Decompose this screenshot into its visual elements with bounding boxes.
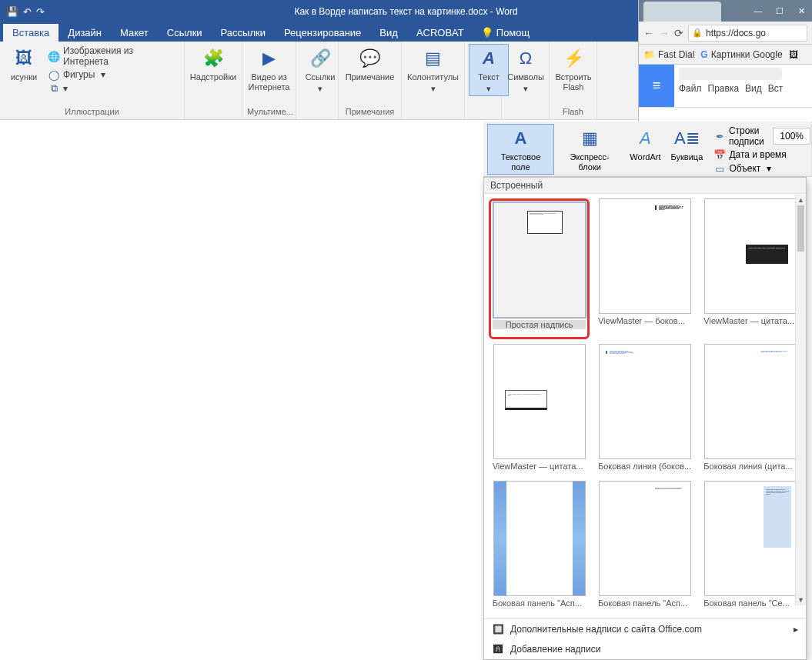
tab-acrobat[interactable]: ACROBAT xyxy=(407,24,473,42)
gallery-item-simple[interactable]: Lorem ipsum dolor sit amet consectetur a… xyxy=(489,198,590,339)
chrome-bookmarks: 📁Fast Dial GКартинки Google 🖼 xyxy=(639,45,812,65)
embed-flash-button[interactable]: ⚡Встроить Flash xyxy=(554,45,593,94)
wordart-icon: A xyxy=(633,126,657,151)
flash-icon: ⚡ xyxy=(561,46,586,71)
group-illustrations: Иллюстрации xyxy=(5,107,179,118)
online-pictures-button[interactable]: 🌐Изображения из Интернета xyxy=(46,45,179,68)
back-icon[interactable]: ← xyxy=(643,27,654,39)
bookmark-google-images[interactable]: GКартинки Google xyxy=(700,49,782,60)
globe-picture-icon: 🌐 xyxy=(48,50,60,62)
gallery-item[interactable]: Lorem ipsum dolor sit amet consectetur a… xyxy=(700,198,801,339)
draw-textbox[interactable]: 🅰Добавление надписи xyxy=(484,639,806,659)
textbox-small-icon: 🅰 xyxy=(492,643,504,655)
tell-me[interactable]: 💡Помощ xyxy=(473,24,537,42)
gallery-item[interactable]: Lorem ipsum dolor sit amet consectetur a… xyxy=(700,344,801,477)
office-icon: 🔲 xyxy=(492,623,504,635)
textbox-button[interactable]: AТекстовое поле xyxy=(488,125,553,174)
chrome-close[interactable]: ✕ xyxy=(790,6,812,22)
docs-menu-file[interactable]: Файл xyxy=(679,83,702,94)
chrome-tab[interactable] xyxy=(643,2,721,22)
online-video-button[interactable]: ▶Видео из Интернета xyxy=(247,45,291,94)
object-button[interactable]: ▭Объект ▾ xyxy=(712,162,807,175)
quick-access-toolbar: 💾 ↶ ↷ xyxy=(6,6,45,18)
gallery-item[interactable]: Lorem ipsum dolor sit amet consectetur a… xyxy=(594,481,695,614)
chevron-right-icon: ▸ xyxy=(794,624,798,635)
group-media: Мультиме... xyxy=(247,107,291,118)
dropcap-icon: A≣ xyxy=(674,126,699,151)
scroll-thumb[interactable] xyxy=(797,205,804,252)
comment-button[interactable]: 💬Примечание xyxy=(343,45,396,84)
scroll-up-icon[interactable]: ▲ xyxy=(796,195,806,205)
redo-icon[interactable]: ↷ xyxy=(36,6,45,18)
reload-icon[interactable]: ⟳ xyxy=(674,27,683,39)
gallery-item[interactable]: Боковая панель "Асп... xyxy=(489,481,590,614)
tab-links[interactable]: Ссылки xyxy=(158,24,212,42)
gallery-item[interactable]: Lorem ipsum dolor sit amet consectetur a… xyxy=(594,198,695,339)
chrome-toolbar: ← → ⟳ 🔒https://docs.go xyxy=(639,22,812,45)
forward-icon[interactable]: → xyxy=(659,27,670,39)
save-icon[interactable]: 💾 xyxy=(6,6,18,18)
undo-icon[interactable]: ↶ xyxy=(23,6,32,18)
screenshot-icon: ⧉ xyxy=(48,82,60,95)
bulb-icon: 💡 xyxy=(481,27,493,38)
date-time-button[interactable]: 📅Дата и время xyxy=(712,148,807,162)
header-footer-button[interactable]: ▤Колонтитулы▾ xyxy=(406,45,459,95)
textbox-gallery: Встроенный Lorem ipsum dolor sit amet co… xyxy=(483,177,807,660)
gallery-item[interactable]: Lorem ipsum dolor sit amet consec adipis… xyxy=(489,344,590,477)
tab-layout[interactable]: Макет xyxy=(111,24,158,42)
tab-insert[interactable]: Вставка xyxy=(3,24,58,42)
more-from-office[interactable]: 🔲Дополнительные надписи с сайта Office.c… xyxy=(484,619,806,639)
gallery-footer: 🔲Дополнительные надписи с сайта Office.c… xyxy=(484,618,806,660)
object-icon: ▭ xyxy=(713,162,726,175)
gallery-grid: Lorem ipsum dolor sit amet consectetur a… xyxy=(484,194,806,618)
links-button[interactable]: 🔗Ссылки▾ xyxy=(301,45,339,95)
gallery-item[interactable]: Lorem ipsum dolor sit amet consectetur a… xyxy=(594,344,695,477)
docs-title-placeholder[interactable] xyxy=(679,68,782,80)
chrome-urlbar[interactable]: 🔒https://docs.go xyxy=(688,25,807,42)
comment-icon: 💬 xyxy=(358,46,383,71)
folder-icon: 📁 xyxy=(643,49,655,60)
pictures-button[interactable]: 🖼исунки xyxy=(5,45,43,84)
group-flash: Flash xyxy=(554,107,592,118)
header-footer-icon: ▤ xyxy=(421,46,446,71)
wordart-button[interactable]: AWordArt xyxy=(626,125,664,164)
tab-view[interactable]: Вид xyxy=(370,24,407,42)
shapes-button[interactable]: ◯Фигуры ▾ xyxy=(46,68,179,82)
store-icon: 🧩 xyxy=(201,46,226,71)
dropcap-button[interactable]: A≣Буквица xyxy=(667,125,706,164)
picture-icon: 🖼 xyxy=(12,46,36,71)
zoom-level[interactable]: 100% xyxy=(773,128,810,145)
chrome-tabstrip: — ☐ ✕ xyxy=(639,0,812,22)
scroll-down-icon[interactable]: ▼ xyxy=(796,595,806,605)
omega-icon: Ω xyxy=(513,46,538,71)
tab-mailings[interactable]: Рассылки xyxy=(212,24,275,42)
shapes-icon: ◯ xyxy=(48,68,60,81)
gallery-item[interactable]: Lorem ipsum dolor sit amet consectetur a… xyxy=(700,481,801,614)
pic-icon[interactable]: 🖼 xyxy=(789,49,798,60)
google-docs-header: ≡ Файл Правка Вид Вст xyxy=(639,65,812,108)
tab-design[interactable]: Дизайн xyxy=(58,24,111,42)
quickparts-icon: ▦ xyxy=(577,126,602,151)
docs-logo-icon[interactable]: ≡ xyxy=(639,65,674,107)
signature-icon: ✒ xyxy=(713,130,725,142)
text-tools-group: AТекстовое поле ▦Экспресс-блоки AWordArt… xyxy=(483,122,812,177)
group-comments: Примечания xyxy=(343,107,396,118)
quickparts-button[interactable]: ▦Экспресс-блоки xyxy=(556,125,623,174)
symbols-button[interactable]: ΩСимволы▾ xyxy=(506,45,545,95)
textbox-icon: A xyxy=(508,126,533,151)
docs-menu: Файл Правка Вид Вст xyxy=(679,83,807,94)
google-icon: G xyxy=(700,49,707,60)
docs-menu-insert[interactable]: Вст xyxy=(768,83,784,94)
chrome-maximize[interactable]: ☐ xyxy=(769,6,790,22)
docs-menu-edit[interactable]: Правка xyxy=(708,83,740,94)
docs-menu-view[interactable]: Вид xyxy=(745,83,762,94)
addins-button[interactable]: 🧩Надстройки xyxy=(189,45,237,84)
screenshot-button[interactable]: ⧉▾ xyxy=(46,82,179,95)
lock-icon: 🔒 xyxy=(692,28,703,38)
video-icon: ▶ xyxy=(257,46,282,71)
calendar-icon: 📅 xyxy=(713,148,726,161)
gallery-scrollbar[interactable]: ▲ ▼ xyxy=(795,195,806,605)
bookmark-fastdial[interactable]: 📁Fast Dial xyxy=(643,49,694,60)
tab-review[interactable]: Рецензирование xyxy=(275,24,370,42)
chrome-minimize[interactable]: — xyxy=(747,6,769,22)
